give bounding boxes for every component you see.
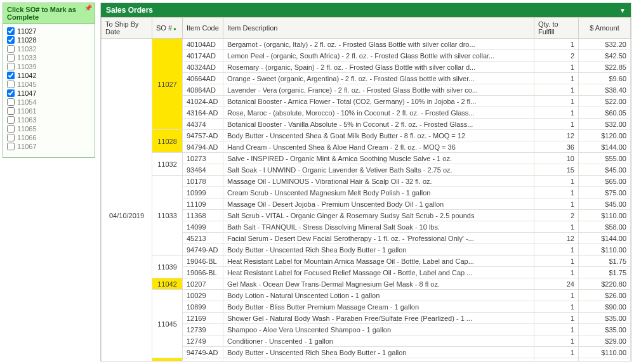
item-code-cell: 19046-BL bbox=[183, 256, 223, 267]
pin-icon[interactable]: 📌 bbox=[84, 4, 92, 11]
col-header-qty[interactable]: Qty. to Fulfill bbox=[534, 18, 579, 39]
so-checkbox[interactable] bbox=[7, 54, 15, 62]
table-row[interactable]: 1103310178Massage Oil - LUMINOUS - Vibra… bbox=[102, 176, 631, 187]
item-desc-cell: Gel Mask - Ocean Dew Trans-Dermal Magnes… bbox=[223, 278, 534, 290]
col-header-code[interactable]: Item Code bbox=[183, 18, 223, 39]
so-checklist-label: 11033 bbox=[17, 54, 37, 62]
amount-cell: $29.00 bbox=[579, 335, 631, 347]
so-checklist-item[interactable]: 11063 bbox=[6, 115, 92, 124]
item-desc-cell: Rosemary - (organic, Spain) - 2 fl. oz. … bbox=[223, 62, 534, 73]
item-code-cell: 40864AD bbox=[183, 84, 223, 96]
item-desc-cell: Rose, Maroc - (absolute, Morocco) - 10% … bbox=[223, 107, 534, 119]
table-row[interactable]: 1103919046-BLHeat Resistant Label for Mo… bbox=[102, 256, 631, 267]
table-row[interactable]: 04/10/20191102740104ADBergamot - (organi… bbox=[102, 39, 631, 50]
col-header-amt[interactable]: $ Amount bbox=[579, 18, 631, 39]
item-desc-cell: Botanical Booster - Vanilla Absolute - 5… bbox=[223, 119, 534, 130]
so-number-cell[interactable]: 11032 bbox=[152, 153, 183, 176]
table-row[interactable]: 1102894757-ADBody Butter - Unscented She… bbox=[102, 130, 631, 141]
table-row[interactable]: 1104510029Body Lotion - Natural Unscente… bbox=[102, 290, 631, 301]
so-checkbox[interactable] bbox=[7, 89, 15, 97]
so-checklist-item[interactable]: 11045 bbox=[6, 80, 92, 89]
so-number-cell[interactable]: 11028 bbox=[152, 130, 183, 153]
so-checkbox[interactable] bbox=[7, 63, 15, 70]
so-checkbox[interactable] bbox=[7, 125, 15, 133]
so-checklist-item[interactable]: 11047 bbox=[6, 89, 92, 98]
so-checklist-item[interactable]: 11066 bbox=[6, 133, 92, 142]
amount-cell: $58.00 bbox=[579, 221, 631, 233]
so-number-cell[interactable]: 11042 bbox=[152, 278, 183, 290]
so-checklist-label: 11065 bbox=[17, 125, 37, 133]
chevron-down-icon[interactable]: ▼ bbox=[619, 7, 626, 14]
so-checklist-label: 11054 bbox=[17, 98, 37, 106]
so-checklist-item[interactable]: 11067 bbox=[6, 142, 92, 151]
item-desc-cell: Conditioner - Unscented - 1 gallon bbox=[223, 335, 534, 347]
so-checkbox[interactable] bbox=[7, 143, 15, 150]
item-desc-cell: Massage Oil - LUMINOUS - Vibrational Hai… bbox=[223, 176, 534, 187]
so-checklist-item[interactable]: 11039 bbox=[6, 62, 92, 71]
col-header-date[interactable]: To Ship By Date bbox=[102, 18, 152, 39]
table-row[interactable]: 1103210273Salve - INSPIRED - Organic Min… bbox=[102, 153, 631, 164]
qty-cell: 1 bbox=[534, 347, 579, 358]
so-checkbox[interactable] bbox=[7, 27, 15, 35]
ship-date-cell: 04/10/2019 bbox=[102, 39, 152, 361]
item-code-cell: 94749-AD bbox=[183, 244, 223, 256]
so-number-cell[interactable]: 11033 bbox=[152, 176, 183, 256]
so-checkbox[interactable] bbox=[7, 36, 15, 44]
item-desc-cell: Hand Cream - Unscented Shea & Aloe Hand … bbox=[223, 141, 534, 153]
amount-cell: $75.00 bbox=[579, 187, 631, 198]
amount-cell: $45.00 bbox=[579, 164, 631, 176]
grid-scroll[interactable]: To Ship By Date SO #● Item Code Item Des… bbox=[101, 17, 631, 361]
col-header-desc[interactable]: Item Description bbox=[223, 18, 534, 39]
so-checkbox[interactable] bbox=[7, 107, 15, 115]
item-code-cell: 14099 bbox=[183, 221, 223, 233]
item-code-cell: 12739 bbox=[183, 324, 223, 335]
amount-cell: $110.00 bbox=[579, 210, 631, 221]
item-code-cell: 19066-BL bbox=[183, 267, 223, 278]
qty-cell: 1 bbox=[534, 221, 579, 233]
qty-cell: 1 bbox=[534, 96, 579, 107]
item-desc-cell: Body Butter - Unscented Rich Shea Body B… bbox=[223, 347, 534, 358]
so-checklist-item[interactable]: 11054 bbox=[6, 98, 92, 107]
qty-cell: 1 bbox=[534, 119, 579, 130]
so-number-cell[interactable]: 11045 bbox=[152, 290, 183, 358]
qty-cell: 1 bbox=[534, 84, 579, 96]
amount-cell: $40.00 bbox=[579, 358, 631, 361]
so-checklist-item[interactable]: 11061 bbox=[6, 107, 92, 115]
so-checklist: 1102711028110321103311039110421104511047… bbox=[3, 24, 95, 157]
so-checklist-item[interactable]: 11065 bbox=[6, 124, 92, 133]
so-checkbox[interactable] bbox=[7, 72, 15, 79]
so-checkbox[interactable] bbox=[7, 116, 15, 124]
so-number-cell[interactable]: 11039 bbox=[152, 256, 183, 278]
so-checkbox[interactable] bbox=[7, 98, 15, 106]
so-checklist-item[interactable]: 11033 bbox=[6, 53, 92, 62]
table-row[interactable]: 1104710128Massage Oil - SENSUOUS - Vibra… bbox=[102, 358, 631, 361]
amount-cell: $110.00 bbox=[579, 347, 631, 358]
so-number-cell[interactable]: 11047 bbox=[152, 358, 183, 361]
so-checkbox[interactable] bbox=[7, 134, 15, 141]
amount-cell: $144.00 bbox=[579, 141, 631, 153]
qty-cell: 1 bbox=[534, 335, 579, 347]
col-header-so[interactable]: SO #● bbox=[152, 18, 183, 39]
item-code-cell: 94749-AD bbox=[183, 347, 223, 358]
qty-cell: 1 bbox=[534, 290, 579, 301]
item-code-cell: 10273 bbox=[183, 153, 223, 164]
qty-cell: 24 bbox=[534, 278, 579, 290]
item-code-cell: 10128 bbox=[183, 358, 223, 361]
item-code-cell: 11368 bbox=[183, 210, 223, 221]
amount-cell: $220.80 bbox=[579, 278, 631, 290]
so-checkbox[interactable] bbox=[7, 45, 15, 53]
qty-cell: 1 bbox=[534, 313, 579, 324]
item-desc-cell: Botanical Booster - Arnica Flower - Tota… bbox=[223, 96, 534, 107]
so-checklist-item[interactable]: 11042 bbox=[6, 71, 92, 80]
so-checklist-item[interactable]: 11027 bbox=[6, 27, 92, 36]
amount-cell: $35.00 bbox=[579, 324, 631, 335]
so-checklist-item[interactable]: 11032 bbox=[6, 44, 92, 53]
item-desc-cell: Massage Oil - SENSUOUS - Vibrational Bod… bbox=[223, 358, 534, 361]
so-checkbox[interactable] bbox=[7, 81, 15, 88]
sales-orders-grid: To Ship By Date SO #● Item Code Item Des… bbox=[101, 17, 631, 361]
so-number-cell[interactable]: 11027 bbox=[152, 39, 183, 130]
so-checklist-item[interactable]: 11028 bbox=[6, 36, 92, 44]
sales-orders-title-bar[interactable]: Sales Orders ▼ bbox=[101, 3, 631, 17]
table-row[interactable]: 1104210207Gel Mask - Ocean Dew Trans-Der… bbox=[102, 278, 631, 290]
amount-cell: $22.00 bbox=[579, 96, 631, 107]
